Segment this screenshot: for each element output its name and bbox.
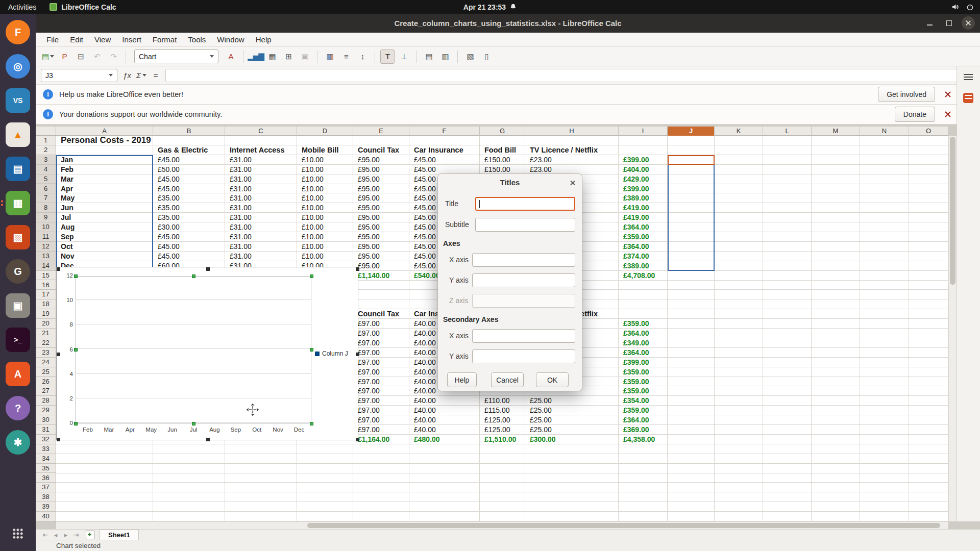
title-input[interactable] — [475, 197, 575, 211]
minimize-button[interactable] — [923, 16, 936, 30]
col-header-D[interactable]: D — [297, 127, 353, 136]
dialog-close-icon[interactable] — [567, 178, 577, 188]
row-header-7[interactable]: 7 — [36, 193, 56, 203]
help-button[interactable]: Help — [447, 372, 477, 387]
row-header-24[interactable]: 24 — [36, 358, 56, 367]
libreoffice-writer-icon[interactable]: ▤ — [6, 157, 30, 181]
chart-frame-handle[interactable] — [356, 353, 359, 356]
row-header-31[interactable]: 31 — [36, 425, 56, 435]
window-titlebar[interactable]: Create_column_charts_using_statistics.xl… — [36, 14, 980, 33]
col-header-N[interactable]: N — [860, 127, 909, 136]
row-header-36[interactable]: 36 — [36, 473, 56, 483]
vscode-icon[interactable]: VS — [6, 88, 30, 113]
row-header-30[interactable]: 30 — [36, 415, 56, 425]
col-header-E[interactable]: E — [353, 127, 409, 136]
chart-frame-handle[interactable] — [57, 438, 60, 441]
chart-frame-handle[interactable] — [356, 267, 359, 271]
help-icon[interactable]: ? — [6, 396, 30, 420]
row-header-8[interactable]: 8 — [36, 203, 56, 213]
select-function-icon[interactable]: Σ — [135, 69, 148, 82]
new-document-icon[interactable]: ▤ — [41, 49, 55, 64]
function-wizard-icon[interactable]: ƒx — [120, 69, 134, 82]
chart-data-ranges-icon[interactable]: ⊞ — [281, 49, 296, 64]
plot-area-handle[interactable] — [74, 422, 78, 425]
chart-plot-area[interactable] — [76, 276, 311, 423]
chart-frame-handle[interactable] — [206, 267, 210, 271]
chart-element-selector-icon[interactable]: ▣ — [298, 49, 312, 64]
name-box[interactable]: J3 — [41, 69, 117, 82]
insert-image-icon[interactable]: ▧ — [463, 49, 477, 64]
row-header-40[interactable]: 40 — [36, 512, 56, 521]
clone-formatting-icon[interactable]: A — [224, 49, 238, 64]
row-header-38[interactable]: 38 — [36, 492, 56, 502]
browser-icon[interactable]: ◎ — [6, 54, 30, 79]
row-header-28[interactable]: 28 — [36, 396, 56, 406]
row-header-39[interactable]: 39 — [36, 502, 56, 512]
row-header-17[interactable]: 17 — [36, 290, 56, 299]
row-header-9[interactable]: 9 — [36, 213, 56, 222]
chart-frame-handle[interactable] — [57, 353, 60, 356]
active-cell-j3[interactable] — [668, 155, 715, 165]
previous-sheet-icon[interactable]: ◂ — [51, 531, 60, 539]
close-infobar-icon[interactable] — [944, 91, 951, 98]
x-axis-input[interactable] — [472, 253, 575, 267]
row-header-29[interactable]: 29 — [36, 406, 56, 415]
subtitle-input[interactable] — [475, 218, 575, 232]
vertical-scrollbar[interactable] — [948, 136, 957, 521]
col-header-I[interactable]: I — [619, 127, 668, 136]
row-header-35[interactable]: 35 — [36, 464, 56, 473]
vertical-grids-icon[interactable]: ▥ — [438, 49, 452, 64]
row-header-21[interactable]: 21 — [36, 329, 56, 338]
ok-button[interactable]: OK — [536, 372, 569, 387]
row-header-33[interactable]: 33 — [36, 444, 56, 454]
row-header-10[interactable]: 10 — [36, 222, 56, 232]
row-header-27[interactable]: 27 — [36, 386, 56, 396]
row-header-22[interactable]: 22 — [36, 338, 56, 348]
maximize-button[interactable] — [942, 16, 955, 30]
row-header-3[interactable]: 3 — [36, 155, 56, 165]
menu-file[interactable]: File — [41, 34, 64, 45]
titles-icon[interactable]: T — [380, 49, 395, 64]
close-infobar-icon[interactable] — [944, 111, 951, 118]
embedded-chart[interactable]: Column J 024681012FebMarAprMayJunJulAugS… — [56, 267, 358, 440]
plot-area-handle[interactable] — [310, 348, 313, 352]
undo-icon[interactable]: ↶ — [90, 49, 104, 64]
col-header-M[interactable]: M — [812, 127, 860, 136]
col-header-J[interactable]: J — [668, 127, 715, 136]
row-header-2[interactable]: 2 — [36, 145, 56, 155]
row-header-4[interactable]: 4 — [36, 165, 56, 174]
plot-area-handle[interactable] — [192, 422, 195, 425]
settings-icon[interactable]: ✱ — [6, 430, 30, 455]
donate-button[interactable]: Donate — [895, 107, 935, 122]
row-header-20[interactable]: 20 — [36, 319, 56, 329]
libreoffice-calc-icon[interactable]: ▦ — [6, 191, 30, 215]
chart-frame-handle[interactable] — [57, 267, 60, 271]
style-combobox[interactable]: Chart — [134, 49, 218, 63]
last-sheet-icon[interactable]: ⇥ — [71, 531, 81, 539]
sheet-tab-sheet1[interactable]: Sheet1 — [100, 530, 139, 540]
row-header-34[interactable]: 34 — [36, 454, 56, 464]
y-axis-input[interactable] — [472, 273, 575, 287]
scale-text-icon[interactable]: ↕ — [355, 49, 370, 64]
row-header-12[interactable]: 12 — [36, 242, 56, 252]
focused-app-indicator[interactable]: LibreOffice Calc — [50, 3, 116, 11]
col-header-B[interactable]: B — [153, 127, 225, 136]
row-header-5[interactable]: 5 — [36, 174, 56, 184]
row-header-19[interactable]: 19 — [36, 309, 56, 319]
print-icon[interactable]: ⊟ — [74, 49, 88, 64]
menu-tools[interactable]: Tools — [182, 34, 211, 45]
data-table-icon[interactable]: ▦ — [265, 49, 279, 64]
vlc-icon[interactable]: ▲ — [6, 122, 30, 147]
cancel-button[interactable]: Cancel — [491, 372, 524, 387]
row-header-32[interactable]: 32 — [36, 435, 56, 444]
show-applications-icon[interactable] — [6, 521, 30, 546]
row-header-25[interactable]: 25 — [36, 367, 56, 377]
formula-input[interactable] — [165, 69, 962, 82]
row-header-16[interactable]: 16 — [36, 281, 56, 290]
row-header-13[interactable]: 13 — [36, 252, 56, 261]
menu-edit[interactable]: Edit — [64, 34, 89, 45]
plot-area-handle[interactable] — [74, 274, 78, 278]
first-sheet-icon[interactable]: ⇤ — [41, 531, 50, 539]
plot-area-handle[interactable] — [192, 274, 195, 278]
plot-area-handle[interactable] — [310, 422, 313, 425]
